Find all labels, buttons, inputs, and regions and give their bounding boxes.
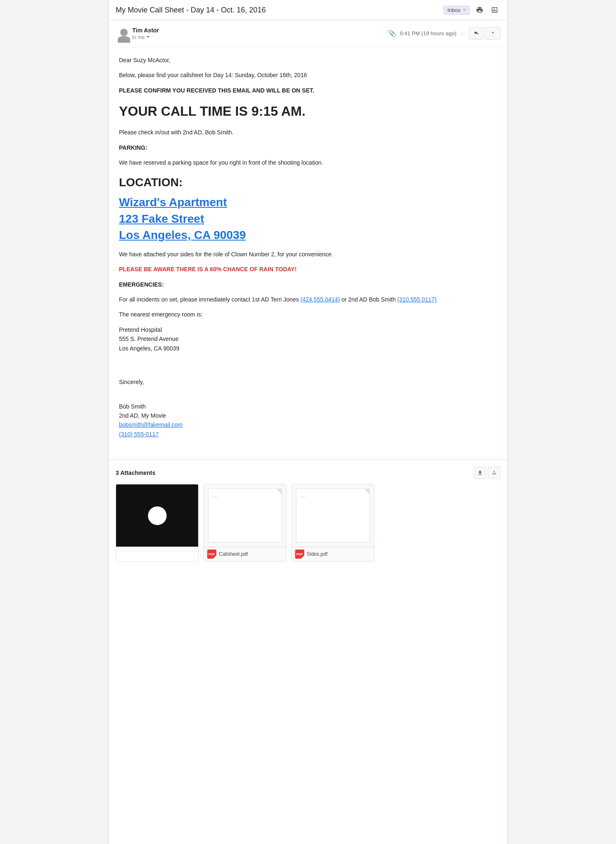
attachments-section: 3 Attachments	[109, 467, 507, 570]
sincerely: Sincerely,	[119, 377, 497, 387]
inbox-label: Inbox	[447, 7, 461, 13]
action-buttons	[469, 27, 500, 40]
avatar	[116, 27, 132, 44]
doc-line-3: —	[296, 489, 369, 503]
email-subject: My Movie Call Sheet - Day 14 - Oct. 16, …	[116, 6, 439, 15]
save-to-drive-button[interactable]	[488, 467, 500, 479]
phone-link-2[interactable]: (310.555.0117)	[397, 296, 437, 303]
attachment-preview-3: —	[292, 484, 374, 547]
attachments-header: 3 Attachments	[116, 467, 500, 479]
star-icon[interactable]: ☆	[460, 29, 466, 37]
vinyl-record-outer	[130, 489, 184, 542]
top-icons	[474, 4, 500, 16]
hospital-name: Pretend Hospital	[119, 326, 162, 333]
attachment-clip-icon: 📎	[388, 29, 396, 37]
attachments-title: 3 Attachments	[116, 469, 155, 476]
inbox-badge[interactable]: Inbox ×	[444, 6, 470, 15]
attachment-label-3: PDF Sides.pdf	[292, 547, 374, 561]
hospital-street: 555 S. Pretend Avenue	[119, 336, 179, 342]
checkin-text: Please check in/out with 2nd AD, Bob Smi…	[119, 128, 497, 137]
confirm-request: PLEASE CONFIRM YOU RECEIVED THIS EMAIL A…	[119, 86, 497, 95]
call-time: YOUR CALL TIME IS 9:15 AM.	[119, 101, 497, 122]
to-dropdown-icon[interactable]	[146, 36, 150, 39]
location-street-link[interactable]: 123 Fake Street	[119, 211, 497, 227]
intro-text: Below, please find your callsheet for Da…	[119, 71, 497, 80]
attachment-preview-2: —	[204, 484, 286, 547]
sender-info: Tim Astor to me	[132, 27, 388, 40]
doc-preview-3: —	[296, 489, 370, 542]
hospital-info: Pretend Hospital 555 S. Pretend Avenue L…	[119, 325, 497, 353]
attachment-filename-2: Callsheet.pdf	[219, 551, 248, 557]
rain-warning: PLEASE BE AWARE THERE IS A 60% CHANCE OF…	[119, 265, 497, 274]
vinyl-record-inner	[148, 506, 167, 525]
emergencies-label: EMERGENCIES:	[119, 280, 497, 289]
hospital-city: Los Angeles, CA 90039	[119, 345, 179, 352]
er-intro: The nearest emergency room is:	[119, 310, 497, 319]
email-meta: 📎 9:41 PM (19 hours ago) ☆	[388, 27, 500, 40]
attachment-item-1[interactable]	[116, 484, 199, 562]
tab-close-icon[interactable]: ×	[463, 7, 466, 13]
greeting: Dear Suzy McActor,	[119, 56, 497, 65]
attachment-item-3[interactable]: — PDF Sides.pdf	[291, 484, 374, 562]
download-all-button[interactable]	[474, 467, 486, 479]
location-label: LOCATION:	[119, 173, 497, 192]
print-button[interactable]	[474, 4, 485, 16]
reply-button[interactable]	[469, 27, 484, 40]
sender-name: Tim Astor	[132, 27, 388, 34]
sig-email[interactable]: bobsmith@fakemail.com	[119, 420, 497, 429]
attachment-preview-1	[116, 484, 198, 547]
attachment-item-2[interactable]: — PDF Callsheet.pdf	[204, 484, 286, 562]
doc-preview-2: —	[208, 489, 282, 542]
parking-label: PARKING:	[119, 143, 497, 152]
phone-link-1[interactable]: (424.555.0414)	[301, 296, 340, 303]
sides-text: We have attached your sides for the role…	[119, 250, 497, 259]
signature-block: Bob Smith 2nd AD, My Movie bobsmith@fake…	[119, 402, 497, 439]
sig-phone[interactable]: (310) 555-0117	[119, 430, 497, 439]
parking-text: We have reserved a parking space for you…	[119, 158, 497, 167]
email-header: Tim Astor to me 📎 9:41 PM (19 hours ago)…	[109, 20, 507, 47]
popout-button[interactable]	[489, 4, 500, 16]
location-city-link[interactable]: Los Angeles, CA 90039	[119, 227, 497, 243]
sig-name: Bob Smith	[119, 403, 146, 410]
pdf-icon-2: PDF	[207, 550, 216, 559]
location-name-link[interactable]: Wizard's Apartment	[119, 194, 497, 210]
doc-line: —	[209, 489, 281, 503]
pdf-icon-3: PDF	[295, 550, 304, 559]
email-body: Dear Suzy McActor, Below, please find yo…	[109, 47, 507, 453]
attachment-action-icons	[474, 467, 500, 479]
emergency-contact-text: For all incidents on set, please immedia…	[119, 295, 497, 304]
sender-to: to me	[132, 34, 388, 40]
attachment-label-2: PDF Callsheet.pdf	[204, 547, 286, 561]
more-button[interactable]	[485, 27, 500, 40]
divider	[109, 460, 507, 460]
top-bar: My Movie Call Sheet - Day 14 - Oct. 16, …	[109, 0, 507, 20]
sig-title: 2nd AD, My Movie	[119, 412, 166, 419]
attachment-label-1	[116, 547, 198, 552]
attachment-filename-3: Sides.pdf	[307, 551, 327, 557]
timestamp: 9:41 PM (19 hours ago)	[400, 30, 456, 36]
attachments-grid: — PDF Callsheet.pdf —	[116, 484, 500, 562]
